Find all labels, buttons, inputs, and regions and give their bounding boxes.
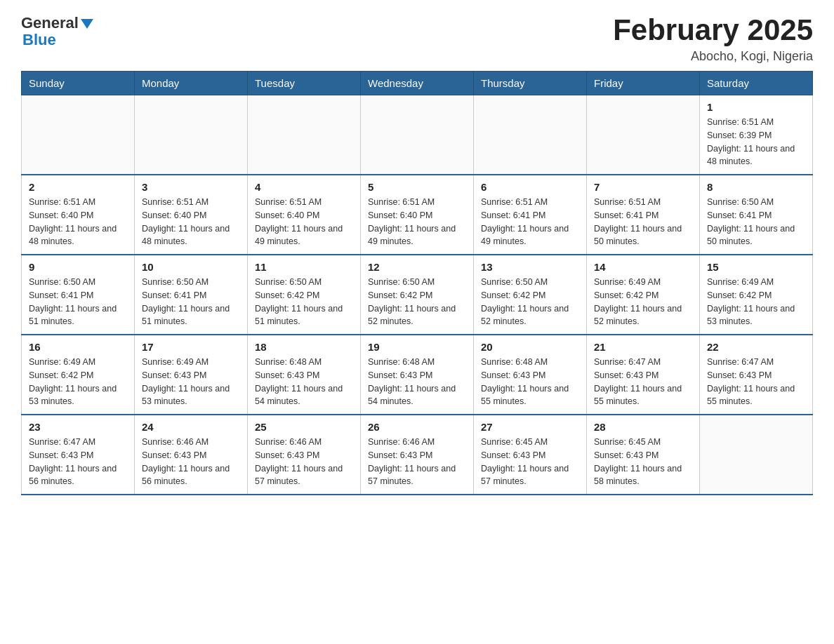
table-row: 18Sunrise: 6:48 AM Sunset: 6:43 PM Dayli… [248, 335, 361, 415]
logo-triangle-icon [81, 19, 93, 32]
day-number: 8 [707, 181, 805, 193]
day-info: Sunrise: 6:49 AM Sunset: 6:42 PM Dayligh… [594, 276, 692, 328]
day-number: 20 [481, 341, 579, 353]
day-info: Sunrise: 6:46 AM Sunset: 6:43 PM Dayligh… [368, 436, 466, 488]
day-number: 2 [29, 181, 127, 193]
calendar-week-row: 1Sunrise: 6:51 AM Sunset: 6:39 PM Daylig… [22, 95, 813, 175]
day-number: 21 [594, 341, 692, 353]
logo-blue-text: Blue [22, 31, 56, 49]
day-number: 4 [255, 181, 353, 193]
table-row: 20Sunrise: 6:48 AM Sunset: 6:43 PM Dayli… [474, 335, 587, 415]
table-row [248, 95, 361, 175]
day-number: 6 [481, 181, 579, 193]
table-row: 23Sunrise: 6:47 AM Sunset: 6:43 PM Dayli… [22, 415, 135, 495]
day-info: Sunrise: 6:50 AM Sunset: 6:42 PM Dayligh… [255, 276, 353, 328]
table-row: 3Sunrise: 6:51 AM Sunset: 6:40 PM Daylig… [135, 175, 248, 255]
day-info: Sunrise: 6:50 AM Sunset: 6:41 PM Dayligh… [142, 276, 240, 328]
day-number: 25 [255, 421, 353, 433]
table-row: 5Sunrise: 6:51 AM Sunset: 6:40 PM Daylig… [361, 175, 474, 255]
table-row: 27Sunrise: 6:45 AM Sunset: 6:43 PM Dayli… [474, 415, 587, 495]
day-info: Sunrise: 6:50 AM Sunset: 6:42 PM Dayligh… [481, 276, 579, 328]
day-number: 17 [142, 341, 240, 353]
day-number: 28 [594, 421, 692, 433]
calendar-week-row: 23Sunrise: 6:47 AM Sunset: 6:43 PM Dayli… [22, 415, 813, 495]
day-number: 11 [255, 261, 353, 273]
day-number: 18 [255, 341, 353, 353]
day-info: Sunrise: 6:49 AM Sunset: 6:42 PM Dayligh… [29, 356, 127, 408]
day-info: Sunrise: 6:51 AM Sunset: 6:41 PM Dayligh… [481, 196, 579, 248]
day-number: 9 [29, 261, 127, 273]
day-number: 5 [368, 181, 466, 193]
table-row: 26Sunrise: 6:46 AM Sunset: 6:43 PM Dayli… [361, 415, 474, 495]
table-row [587, 95, 700, 175]
day-info: Sunrise: 6:51 AM Sunset: 6:39 PM Dayligh… [707, 116, 805, 168]
day-info: Sunrise: 6:47 AM Sunset: 6:43 PM Dayligh… [707, 356, 805, 408]
day-info: Sunrise: 6:51 AM Sunset: 6:40 PM Dayligh… [29, 196, 127, 248]
header-saturday: Saturday [700, 72, 813, 95]
calendar-week-row: 9Sunrise: 6:50 AM Sunset: 6:41 PM Daylig… [22, 255, 813, 335]
table-row: 2Sunrise: 6:51 AM Sunset: 6:40 PM Daylig… [22, 175, 135, 255]
table-row: 15Sunrise: 6:49 AM Sunset: 6:42 PM Dayli… [700, 255, 813, 335]
day-info: Sunrise: 6:45 AM Sunset: 6:43 PM Dayligh… [481, 436, 579, 488]
table-row: 22Sunrise: 6:47 AM Sunset: 6:43 PM Dayli… [700, 335, 813, 415]
day-info: Sunrise: 6:47 AM Sunset: 6:43 PM Dayligh… [594, 356, 692, 408]
table-row: 4Sunrise: 6:51 AM Sunset: 6:40 PM Daylig… [248, 175, 361, 255]
day-info: Sunrise: 6:45 AM Sunset: 6:43 PM Dayligh… [594, 436, 692, 488]
table-row: 14Sunrise: 6:49 AM Sunset: 6:42 PM Dayli… [587, 255, 700, 335]
svg-marker-0 [81, 19, 93, 29]
table-row [361, 95, 474, 175]
table-row: 17Sunrise: 6:49 AM Sunset: 6:43 PM Dayli… [135, 335, 248, 415]
table-row: 12Sunrise: 6:50 AM Sunset: 6:42 PM Dayli… [361, 255, 474, 335]
day-info: Sunrise: 6:48 AM Sunset: 6:43 PM Dayligh… [481, 356, 579, 408]
day-number: 10 [142, 261, 240, 273]
day-number: 14 [594, 261, 692, 273]
day-info: Sunrise: 6:50 AM Sunset: 6:42 PM Dayligh… [368, 276, 466, 328]
header-monday: Monday [135, 72, 248, 95]
day-number: 27 [481, 421, 579, 433]
day-number: 22 [707, 341, 805, 353]
day-info: Sunrise: 6:48 AM Sunset: 6:43 PM Dayligh… [368, 356, 466, 408]
table-row: 21Sunrise: 6:47 AM Sunset: 6:43 PM Dayli… [587, 335, 700, 415]
day-number: 24 [142, 421, 240, 433]
table-row [700, 415, 813, 495]
day-number: 1 [707, 101, 805, 113]
table-row: 11Sunrise: 6:50 AM Sunset: 6:42 PM Dayli… [248, 255, 361, 335]
day-info: Sunrise: 6:47 AM Sunset: 6:43 PM Dayligh… [29, 436, 127, 488]
day-info: Sunrise: 6:46 AM Sunset: 6:43 PM Dayligh… [142, 436, 240, 488]
day-number: 15 [707, 261, 805, 273]
header-wednesday: Wednesday [361, 72, 474, 95]
day-info: Sunrise: 6:51 AM Sunset: 6:40 PM Dayligh… [255, 196, 353, 248]
day-info: Sunrise: 6:49 AM Sunset: 6:42 PM Dayligh… [707, 276, 805, 328]
logo-general-text: General [21, 14, 79, 32]
day-number: 7 [594, 181, 692, 193]
header-friday: Friday [587, 72, 700, 95]
days-header-row: Sunday Monday Tuesday Wednesday Thursday… [22, 72, 813, 95]
day-info: Sunrise: 6:51 AM Sunset: 6:40 PM Dayligh… [142, 196, 240, 248]
table-row: 9Sunrise: 6:50 AM Sunset: 6:41 PM Daylig… [22, 255, 135, 335]
day-number: 12 [368, 261, 466, 273]
day-info: Sunrise: 6:48 AM Sunset: 6:43 PM Dayligh… [255, 356, 353, 408]
table-row: 13Sunrise: 6:50 AM Sunset: 6:42 PM Dayli… [474, 255, 587, 335]
day-info: Sunrise: 6:49 AM Sunset: 6:43 PM Dayligh… [142, 356, 240, 408]
table-row: 10Sunrise: 6:50 AM Sunset: 6:41 PM Dayli… [135, 255, 248, 335]
table-row: 19Sunrise: 6:48 AM Sunset: 6:43 PM Dayli… [361, 335, 474, 415]
table-row: 8Sunrise: 6:50 AM Sunset: 6:41 PM Daylig… [700, 175, 813, 255]
table-row [474, 95, 587, 175]
day-number: 13 [481, 261, 579, 273]
day-info: Sunrise: 6:50 AM Sunset: 6:41 PM Dayligh… [29, 276, 127, 328]
table-row: 1Sunrise: 6:51 AM Sunset: 6:39 PM Daylig… [700, 95, 813, 175]
title-section: February 2025 Abocho, Kogi, Nigeria [613, 14, 813, 64]
calendar-week-row: 2Sunrise: 6:51 AM Sunset: 6:40 PM Daylig… [22, 175, 813, 255]
calendar-title: February 2025 [613, 14, 813, 46]
table-row: 25Sunrise: 6:46 AM Sunset: 6:43 PM Dayli… [248, 415, 361, 495]
calendar-week-row: 16Sunrise: 6:49 AM Sunset: 6:42 PM Dayli… [22, 335, 813, 415]
table-row: 6Sunrise: 6:51 AM Sunset: 6:41 PM Daylig… [474, 175, 587, 255]
calendar-subtitle: Abocho, Kogi, Nigeria [613, 49, 813, 64]
day-number: 19 [368, 341, 466, 353]
day-number: 23 [29, 421, 127, 433]
day-number: 3 [142, 181, 240, 193]
header-sunday: Sunday [22, 72, 135, 95]
table-row: 16Sunrise: 6:49 AM Sunset: 6:42 PM Dayli… [22, 335, 135, 415]
header-tuesday: Tuesday [248, 72, 361, 95]
table-row [22, 95, 135, 175]
